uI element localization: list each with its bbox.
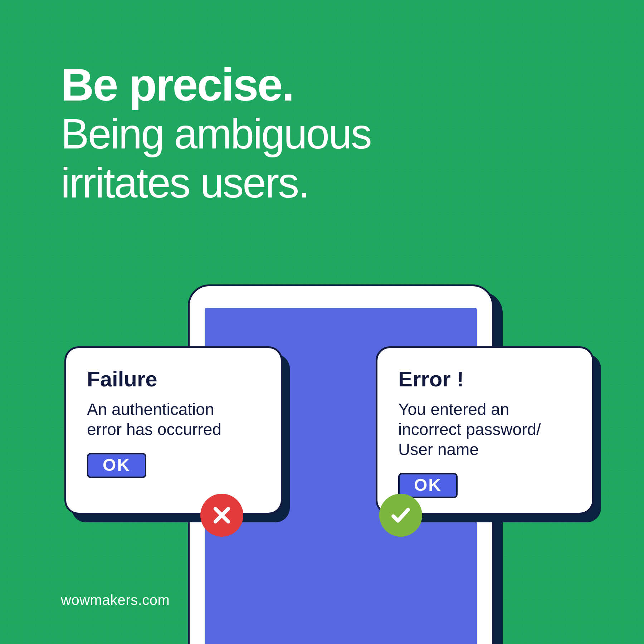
headline-line2: irritates users.: [61, 159, 371, 206]
dialog-failure-body: An authentication error has occurred: [87, 399, 260, 439]
check-icon: [379, 494, 422, 537]
dialog-failure-body-l2: error has occurred: [87, 420, 221, 439]
dialog-error-body-l1: You entered an: [398, 400, 509, 419]
dialog-error-body: You entered an incorrect password/ User …: [398, 399, 571, 459]
dialog-failure-title: Failure: [87, 367, 260, 391]
cross-icon: [200, 494, 243, 537]
dialog-error: Error ! You entered an incorrect passwor…: [376, 346, 594, 514]
ok-button-left[interactable]: OK: [87, 453, 146, 478]
headline-bold: Be precise.: [61, 61, 371, 109]
dialog-failure: Failure An authentication error has occu…: [64, 346, 283, 514]
dialog-error-title: Error !: [398, 367, 571, 391]
footer-brand: wowmakers.com: [61, 592, 170, 608]
headline-block: Be precise. Being ambiguous irritates us…: [61, 61, 371, 206]
dialog-error-body-l3: User name: [398, 440, 479, 459]
dialog-error-body-l2: incorrect password/: [398, 420, 541, 439]
dialog-failure-body-l1: An authentication: [87, 400, 214, 419]
headline-line1: Being ambiguous: [61, 110, 371, 157]
